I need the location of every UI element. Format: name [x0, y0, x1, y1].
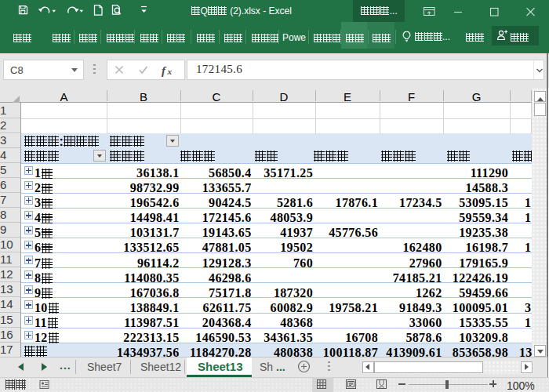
svg-text:f: f	[162, 64, 167, 77]
svg-text:x: x	[167, 67, 173, 76]
